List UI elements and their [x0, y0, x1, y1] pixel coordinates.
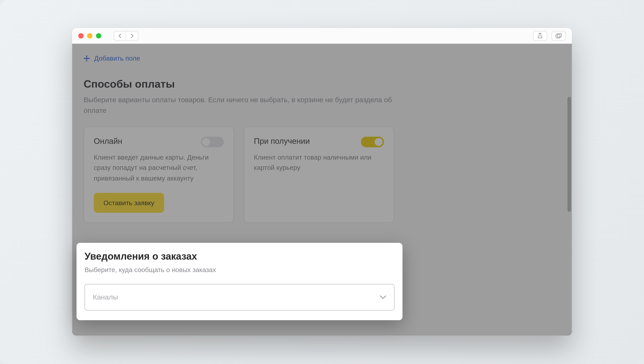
- zoom-window-button[interactable]: [96, 33, 101, 38]
- nav-group: [114, 31, 138, 40]
- channels-select[interactable]: Каналы: [84, 284, 394, 310]
- svg-rect-0: [556, 34, 560, 38]
- online-apply-button[interactable]: Оставить заявку: [94, 193, 164, 213]
- chevron-right-icon: [130, 33, 134, 38]
- scrollbar[interactable]: [568, 97, 571, 212]
- payment-section-title: Способы оплаты: [84, 78, 472, 90]
- nav-back-button[interactable]: [114, 31, 126, 40]
- toggle-knob: [202, 138, 210, 146]
- online-apply-label: Оставить заявку: [104, 199, 154, 206]
- toolbar-right: [533, 31, 566, 40]
- close-window-button[interactable]: [78, 33, 84, 38]
- nav-forward-button[interactable]: [126, 31, 138, 40]
- online-desc: Клиент введет данные карты. Деньги сразу…: [94, 152, 224, 183]
- payment-section-subtitle: Выберите варианты оплаты товаров. Если н…: [84, 95, 402, 116]
- notifications-subtitle: Выберите, куда сообщать о новых заказах: [84, 266, 394, 273]
- online-toggle[interactable]: [201, 137, 224, 148]
- ondelivery-desc: Клиент оплатит товар наличными или карто…: [254, 152, 384, 173]
- payment-card-ondelivery: При получении Клиент оплатит товар налич…: [244, 126, 394, 223]
- payment-cards: Онлайн Клиент введет данные карты. Деньг…: [84, 126, 472, 223]
- notifications-card: Уведомления о заказах Выберите, куда соо…: [76, 243, 402, 320]
- tabs-button[interactable]: [552, 31, 566, 40]
- copy-icon: [556, 33, 562, 38]
- ondelivery-toggle[interactable]: [361, 137, 384, 148]
- payment-card-online: Онлайн Клиент введет данные карты. Деньг…: [84, 126, 234, 223]
- chevron-left-icon: [118, 33, 122, 38]
- notifications-title: Уведомления о заказах: [84, 251, 394, 262]
- svg-rect-1: [558, 33, 561, 37]
- window-controls: [78, 33, 102, 38]
- share-icon: [538, 32, 543, 39]
- channels-select-placeholder: Каналы: [93, 293, 118, 301]
- add-field-label: Добавить поле: [94, 54, 140, 62]
- toggle-knob: [375, 138, 382, 146]
- chevron-down-icon: [380, 295, 386, 299]
- window-titlebar: [72, 28, 572, 44]
- minimize-window-button[interactable]: [87, 33, 92, 38]
- content-area: Добавить поле Способы оплаты Выберите ва…: [72, 44, 484, 240]
- plus-icon: [84, 55, 90, 61]
- add-field-button[interactable]: Добавить поле: [84, 54, 140, 62]
- share-button[interactable]: [533, 31, 547, 40]
